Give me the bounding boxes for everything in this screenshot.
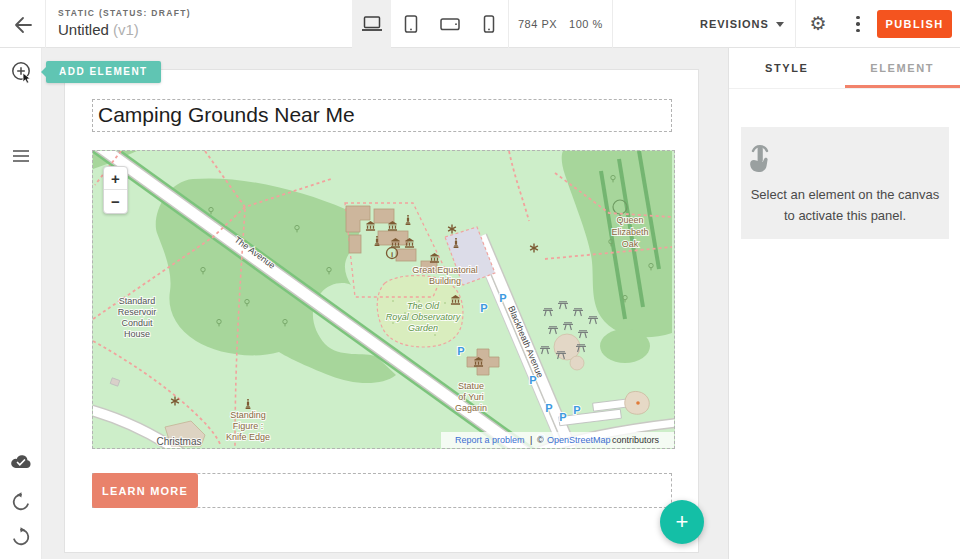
active-tab-indicator — [845, 85, 960, 88]
svg-text:Figure :: Figure : — [233, 421, 264, 431]
map-attribution: Report a problem | © OpenStreetMap contr… — [441, 432, 674, 448]
svg-text:P: P — [499, 292, 506, 304]
svg-text:i: i — [391, 250, 393, 259]
svg-text:Conduit: Conduit — [121, 318, 153, 328]
svg-text:©: © — [537, 435, 544, 445]
device-phone-button[interactable] — [469, 0, 508, 48]
revisions-dropdown[interactable]: REVISIONS — [700, 0, 784, 48]
redo-button[interactable] — [11, 527, 31, 547]
svg-text:P: P — [559, 411, 566, 423]
left-tool-rail — [0, 48, 42, 559]
editor-canvas: Camping Grounds Near Me — [42, 48, 728, 559]
page-sections-button[interactable] — [12, 149, 30, 163]
svg-text:P: P — [480, 302, 487, 314]
properties-panel: STYLE ELEMENT Select an element on the c… — [728, 48, 960, 559]
back-arrow-icon — [10, 13, 34, 37]
svg-text:Elizabeth: Elizabeth — [611, 227, 648, 237]
button-row-element[interactable]: LEARN MORE — [92, 473, 672, 508]
canvas-width-label: 784 PX — [518, 18, 557, 30]
top-toolbar: STATIC (STATUS: DRAFT) Untitled (v1) — [0, 0, 960, 48]
canvas-zoom-label: 100 % — [569, 18, 603, 30]
map-element[interactable]: i P P P P P P — [92, 150, 675, 449]
tab-element[interactable]: ELEMENT — [845, 48, 960, 88]
canvas-size-indicator: 784 PX 100 % — [518, 0, 603, 48]
map-zoom-control: + − — [103, 166, 128, 214]
page-title-text: Untitled — [58, 21, 109, 38]
tap-hand-icon — [741, 140, 779, 178]
tab-style[interactable]: STYLE — [729, 48, 845, 88]
publish-button[interactable]: PUBLISH — [877, 10, 952, 38]
save-status-indicator — [10, 453, 32, 469]
back-button[interactable] — [10, 13, 34, 37]
panel-empty-text-line2: to activate this panel. — [741, 205, 949, 226]
panel-empty-text-line1: Select an element on the canvas — [741, 184, 949, 205]
panel-tabs: STYLE ELEMENT — [729, 48, 960, 89]
add-element-tooltip: ADD ELEMENT — [46, 61, 161, 83]
kebab-icon — [856, 16, 860, 20]
redo-icon — [11, 527, 31, 547]
page-title-block: STATIC (STATUS: DRAFT) Untitled (v1) — [58, 8, 191, 38]
learn-more-button[interactable]: LEARN MORE — [92, 473, 198, 508]
device-tablet-landscape-button[interactable] — [430, 0, 469, 48]
laptop-icon — [361, 14, 383, 34]
svg-text:Oak: Oak — [622, 239, 639, 249]
svg-text:Christmas: Christmas — [156, 436, 201, 447]
svg-text:of Yuri: of Yuri — [458, 392, 483, 402]
gear-icon: ⚙ — [809, 13, 826, 34]
svg-text:Great Equatorial: Great Equatorial — [412, 265, 478, 275]
add-element-icon — [10, 61, 34, 89]
sections-icon — [12, 149, 30, 163]
svg-text:|: | — [530, 435, 532, 445]
svg-text:Gagarin: Gagarin — [455, 403, 487, 413]
tablet-landscape-icon — [439, 14, 461, 34]
map-zoom-in-button[interactable]: + — [104, 167, 127, 190]
chevron-down-icon — [776, 22, 784, 27]
svg-text:Standard: Standard — [119, 296, 156, 306]
device-preview-toolbar — [352, 0, 508, 48]
report-problem-link[interactable]: Report a problem — [455, 435, 525, 445]
phone-icon — [480, 14, 498, 34]
svg-text:P: P — [573, 404, 580, 416]
svg-text:Royal Observatory: Royal Observatory — [386, 312, 461, 322]
svg-text:P: P — [457, 345, 464, 357]
svg-text:Queen: Queen — [616, 215, 643, 225]
openstreetmap-canvas[interactable]: i P P P P P P — [93, 151, 674, 448]
svg-text:Garden: Garden — [408, 323, 438, 333]
heading-element[interactable]: Camping Grounds Near Me — [92, 99, 672, 132]
revisions-label: REVISIONS — [700, 18, 769, 30]
svg-text:Reservoir: Reservoir — [118, 307, 157, 317]
settings-button[interactable]: ⚙ — [806, 12, 830, 36]
openstreetmap-link[interactable]: OpenStreetMap — [547, 435, 611, 445]
svg-text:House: House — [124, 329, 150, 339]
add-element-button[interactable] — [10, 61, 34, 87]
page-sheet[interactable]: Camping Grounds Near Me — [65, 70, 698, 552]
cloud-check-icon — [10, 453, 32, 469]
svg-text:The Old: The Old — [407, 301, 440, 311]
device-tablet-button[interactable] — [391, 0, 430, 48]
add-section-fab[interactable]: + — [660, 500, 704, 544]
svg-text:P: P — [545, 402, 552, 414]
page-status: STATIC (STATUS: DRAFT) — [58, 8, 191, 18]
svg-text:Building: Building — [429, 276, 461, 286]
svg-text:contributors: contributors — [612, 435, 660, 445]
panel-empty-state: Select an element on the canvas to activ… — [741, 127, 949, 239]
heading-text: Camping Grounds Near Me — [93, 100, 671, 130]
undo-icon — [11, 492, 31, 512]
map-zoom-out-button[interactable]: − — [104, 190, 127, 213]
more-options-button[interactable] — [850, 12, 866, 36]
page-title: Untitled (v1) — [58, 21, 191, 38]
device-desktop-button[interactable] — [352, 0, 391, 48]
undo-button[interactable] — [11, 492, 31, 512]
svg-text:Knife Edge: Knife Edge — [226, 432, 270, 442]
page-version: (v1) — [113, 21, 139, 38]
svg-text:Statue: Statue — [458, 381, 484, 391]
svg-text:Standing: Standing — [230, 410, 266, 420]
tablet-portrait-icon — [401, 14, 421, 34]
